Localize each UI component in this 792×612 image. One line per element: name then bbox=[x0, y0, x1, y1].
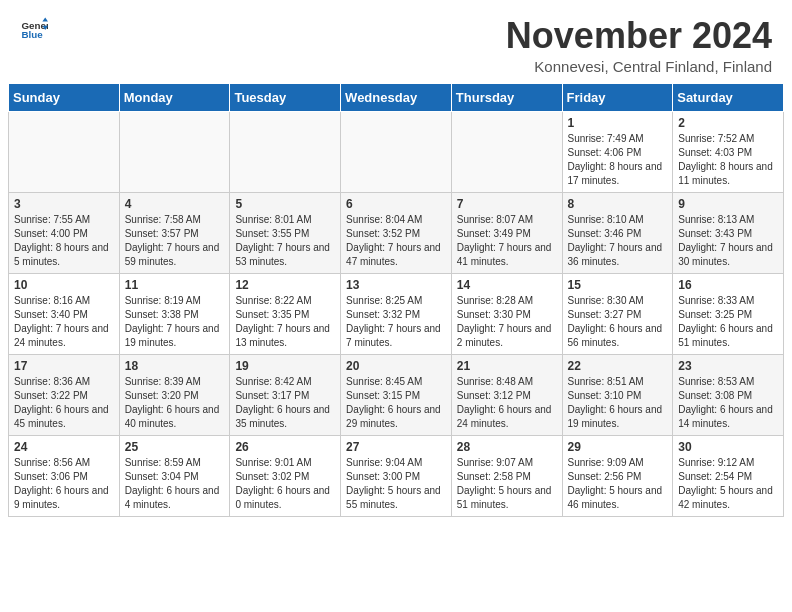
day-info: Sunrise: 8:42 AM Sunset: 3:17 PM Dayligh… bbox=[235, 375, 335, 431]
day-info: Sunrise: 8:04 AM Sunset: 3:52 PM Dayligh… bbox=[346, 213, 446, 269]
day-info: Sunrise: 7:58 AM Sunset: 3:57 PM Dayligh… bbox=[125, 213, 225, 269]
day-info: Sunrise: 8:07 AM Sunset: 3:49 PM Dayligh… bbox=[457, 213, 557, 269]
day-of-week-header: Monday bbox=[119, 83, 230, 111]
day-info: Sunrise: 8:59 AM Sunset: 3:04 PM Dayligh… bbox=[125, 456, 225, 512]
day-info: Sunrise: 9:09 AM Sunset: 2:56 PM Dayligh… bbox=[568, 456, 668, 512]
title-section: November 2024 Konnevesi, Central Finland… bbox=[506, 16, 772, 75]
calendar-cell: 1Sunrise: 7:49 AM Sunset: 4:06 PM Daylig… bbox=[562, 111, 673, 192]
day-info: Sunrise: 8:56 AM Sunset: 3:06 PM Dayligh… bbox=[14, 456, 114, 512]
header-row: SundayMondayTuesdayWednesdayThursdayFrid… bbox=[9, 83, 784, 111]
day-info: Sunrise: 8:30 AM Sunset: 3:27 PM Dayligh… bbox=[568, 294, 668, 350]
day-number: 6 bbox=[346, 197, 446, 211]
day-number: 27 bbox=[346, 440, 446, 454]
day-number: 11 bbox=[125, 278, 225, 292]
day-info: Sunrise: 8:28 AM Sunset: 3:30 PM Dayligh… bbox=[457, 294, 557, 350]
calendar-cell: 28Sunrise: 9:07 AM Sunset: 2:58 PM Dayli… bbox=[451, 435, 562, 516]
calendar-cell: 18Sunrise: 8:39 AM Sunset: 3:20 PM Dayli… bbox=[119, 354, 230, 435]
day-number: 16 bbox=[678, 278, 778, 292]
calendar-cell: 2Sunrise: 7:52 AM Sunset: 4:03 PM Daylig… bbox=[673, 111, 784, 192]
day-number: 7 bbox=[457, 197, 557, 211]
calendar-cell: 21Sunrise: 8:48 AM Sunset: 3:12 PM Dayli… bbox=[451, 354, 562, 435]
day-info: Sunrise: 7:55 AM Sunset: 4:00 PM Dayligh… bbox=[14, 213, 114, 269]
day-info: Sunrise: 8:01 AM Sunset: 3:55 PM Dayligh… bbox=[235, 213, 335, 269]
calendar-cell: 16Sunrise: 8:33 AM Sunset: 3:25 PM Dayli… bbox=[673, 273, 784, 354]
day-number: 29 bbox=[568, 440, 668, 454]
day-number: 3 bbox=[14, 197, 114, 211]
calendar-cell: 3Sunrise: 7:55 AM Sunset: 4:00 PM Daylig… bbox=[9, 192, 120, 273]
calendar-cell: 24Sunrise: 8:56 AM Sunset: 3:06 PM Dayli… bbox=[9, 435, 120, 516]
calendar-cell: 27Sunrise: 9:04 AM Sunset: 3:00 PM Dayli… bbox=[341, 435, 452, 516]
day-number: 28 bbox=[457, 440, 557, 454]
day-number: 20 bbox=[346, 359, 446, 373]
day-of-week-header: Wednesday bbox=[341, 83, 452, 111]
day-number: 21 bbox=[457, 359, 557, 373]
calendar-cell: 22Sunrise: 8:51 AM Sunset: 3:10 PM Dayli… bbox=[562, 354, 673, 435]
logo-icon: General Blue bbox=[20, 16, 48, 44]
calendar-cell: 30Sunrise: 9:12 AM Sunset: 2:54 PM Dayli… bbox=[673, 435, 784, 516]
day-number: 25 bbox=[125, 440, 225, 454]
calendar-cell: 9Sunrise: 8:13 AM Sunset: 3:43 PM Daylig… bbox=[673, 192, 784, 273]
day-number: 10 bbox=[14, 278, 114, 292]
day-info: Sunrise: 8:22 AM Sunset: 3:35 PM Dayligh… bbox=[235, 294, 335, 350]
calendar-cell: 7Sunrise: 8:07 AM Sunset: 3:49 PM Daylig… bbox=[451, 192, 562, 273]
day-of-week-header: Saturday bbox=[673, 83, 784, 111]
calendar-header: SundayMondayTuesdayWednesdayThursdayFrid… bbox=[9, 83, 784, 111]
day-info: Sunrise: 8:16 AM Sunset: 3:40 PM Dayligh… bbox=[14, 294, 114, 350]
day-info: Sunrise: 8:33 AM Sunset: 3:25 PM Dayligh… bbox=[678, 294, 778, 350]
month-title: November 2024 bbox=[506, 16, 772, 56]
day-info: Sunrise: 8:51 AM Sunset: 3:10 PM Dayligh… bbox=[568, 375, 668, 431]
calendar-cell: 14Sunrise: 8:28 AM Sunset: 3:30 PM Dayli… bbox=[451, 273, 562, 354]
day-info: Sunrise: 8:53 AM Sunset: 3:08 PM Dayligh… bbox=[678, 375, 778, 431]
calendar-body: 1Sunrise: 7:49 AM Sunset: 4:06 PM Daylig… bbox=[9, 111, 784, 516]
day-of-week-header: Thursday bbox=[451, 83, 562, 111]
calendar-cell bbox=[451, 111, 562, 192]
day-info: Sunrise: 8:36 AM Sunset: 3:22 PM Dayligh… bbox=[14, 375, 114, 431]
page-header: General Blue November 2024 Konnevesi, Ce… bbox=[0, 0, 792, 83]
calendar-week-row: 10Sunrise: 8:16 AM Sunset: 3:40 PM Dayli… bbox=[9, 273, 784, 354]
day-number: 9 bbox=[678, 197, 778, 211]
calendar-wrapper: SundayMondayTuesdayWednesdayThursdayFrid… bbox=[0, 83, 792, 525]
day-number: 30 bbox=[678, 440, 778, 454]
calendar-cell bbox=[9, 111, 120, 192]
calendar-week-row: 3Sunrise: 7:55 AM Sunset: 4:00 PM Daylig… bbox=[9, 192, 784, 273]
svg-text:Blue: Blue bbox=[21, 29, 43, 40]
day-of-week-header: Sunday bbox=[9, 83, 120, 111]
calendar-week-row: 1Sunrise: 7:49 AM Sunset: 4:06 PM Daylig… bbox=[9, 111, 784, 192]
calendar-cell: 5Sunrise: 8:01 AM Sunset: 3:55 PM Daylig… bbox=[230, 192, 341, 273]
calendar-table: SundayMondayTuesdayWednesdayThursdayFrid… bbox=[8, 83, 784, 517]
day-of-week-header: Tuesday bbox=[230, 83, 341, 111]
day-number: 4 bbox=[125, 197, 225, 211]
day-number: 26 bbox=[235, 440, 335, 454]
day-info: Sunrise: 8:10 AM Sunset: 3:46 PM Dayligh… bbox=[568, 213, 668, 269]
day-info: Sunrise: 9:12 AM Sunset: 2:54 PM Dayligh… bbox=[678, 456, 778, 512]
day-info: Sunrise: 7:52 AM Sunset: 4:03 PM Dayligh… bbox=[678, 132, 778, 188]
day-info: Sunrise: 8:13 AM Sunset: 3:43 PM Dayligh… bbox=[678, 213, 778, 269]
day-number: 24 bbox=[14, 440, 114, 454]
day-number: 13 bbox=[346, 278, 446, 292]
calendar-cell: 4Sunrise: 7:58 AM Sunset: 3:57 PM Daylig… bbox=[119, 192, 230, 273]
day-number: 14 bbox=[457, 278, 557, 292]
day-number: 18 bbox=[125, 359, 225, 373]
calendar-cell: 29Sunrise: 9:09 AM Sunset: 2:56 PM Dayli… bbox=[562, 435, 673, 516]
day-info: Sunrise: 8:19 AM Sunset: 3:38 PM Dayligh… bbox=[125, 294, 225, 350]
calendar-cell bbox=[230, 111, 341, 192]
location: Konnevesi, Central Finland, Finland bbox=[506, 58, 772, 75]
calendar-cell bbox=[341, 111, 452, 192]
day-info: Sunrise: 9:07 AM Sunset: 2:58 PM Dayligh… bbox=[457, 456, 557, 512]
day-info: Sunrise: 7:49 AM Sunset: 4:06 PM Dayligh… bbox=[568, 132, 668, 188]
day-number: 2 bbox=[678, 116, 778, 130]
day-number: 19 bbox=[235, 359, 335, 373]
day-number: 5 bbox=[235, 197, 335, 211]
calendar-cell: 13Sunrise: 8:25 AM Sunset: 3:32 PM Dayli… bbox=[341, 273, 452, 354]
day-number: 23 bbox=[678, 359, 778, 373]
calendar-cell: 23Sunrise: 8:53 AM Sunset: 3:08 PM Dayli… bbox=[673, 354, 784, 435]
day-info: Sunrise: 8:39 AM Sunset: 3:20 PM Dayligh… bbox=[125, 375, 225, 431]
day-number: 12 bbox=[235, 278, 335, 292]
calendar-week-row: 17Sunrise: 8:36 AM Sunset: 3:22 PM Dayli… bbox=[9, 354, 784, 435]
calendar-cell: 15Sunrise: 8:30 AM Sunset: 3:27 PM Dayli… bbox=[562, 273, 673, 354]
calendar-cell: 12Sunrise: 8:22 AM Sunset: 3:35 PM Dayli… bbox=[230, 273, 341, 354]
day-number: 17 bbox=[14, 359, 114, 373]
day-number: 22 bbox=[568, 359, 668, 373]
calendar-cell: 19Sunrise: 8:42 AM Sunset: 3:17 PM Dayli… bbox=[230, 354, 341, 435]
calendar-cell: 26Sunrise: 9:01 AM Sunset: 3:02 PM Dayli… bbox=[230, 435, 341, 516]
